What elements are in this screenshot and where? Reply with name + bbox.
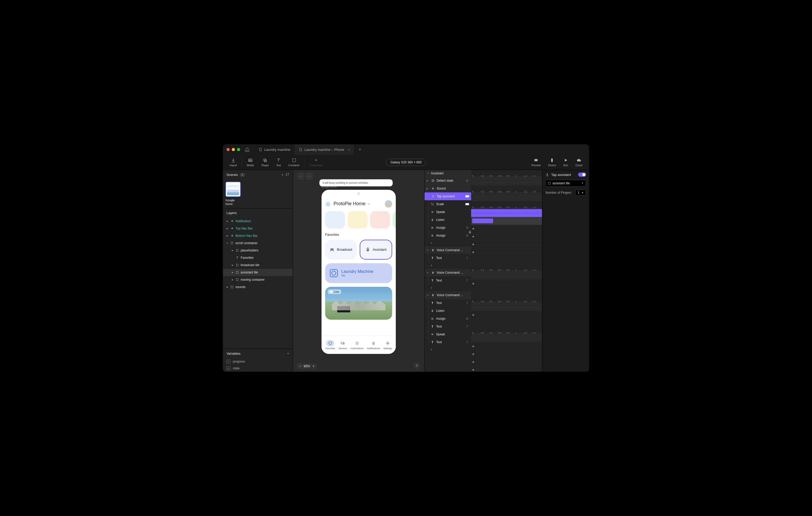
response-row[interactable]: Scale bbox=[425, 200, 471, 208]
laundry-status: On bbox=[341, 274, 374, 277]
zoom-out-button[interactable]: − bbox=[299, 364, 301, 368]
minimize-window[interactable] bbox=[232, 148, 235, 151]
add-response-button[interactable]: + bbox=[425, 262, 471, 269]
trigger-row[interactable]: ▼Voice Command ... bbox=[425, 291, 471, 299]
home-icon[interactable] bbox=[245, 147, 250, 152]
trigger-row[interactable]: ▼Voice Command ... bbox=[425, 269, 471, 277]
response-row[interactable]: fxAssign bbox=[425, 232, 471, 239]
layer-label: moving container bbox=[241, 278, 264, 281]
response-row[interactable]: fxAssign+ bbox=[425, 224, 471, 232]
phone-speaker bbox=[357, 192, 360, 195]
layer-row[interactable]: ▶Bottom Nav Bar bbox=[223, 232, 293, 239]
import-label: Import bbox=[230, 164, 237, 167]
device-selector[interactable]: Galaxy S20 360 × 800 bbox=[386, 159, 426, 166]
trigger-row[interactable]: ▼Tap assistant bbox=[425, 192, 471, 200]
variable-name: state bbox=[233, 366, 240, 370]
run-button[interactable]: Run bbox=[560, 158, 572, 167]
variable-row[interactable]: xstate bbox=[223, 365, 293, 372]
layer-row[interactable]: ▶placeholders bbox=[223, 247, 293, 254]
svg-rect-26 bbox=[433, 272, 433, 273]
response-row[interactable]: fxAssign bbox=[425, 315, 471, 323]
response-end-icon: T bbox=[465, 325, 469, 328]
timeline[interactable]: 00.20.40.60.811.21.400.20.40.60.811.21.4… bbox=[471, 170, 542, 372]
add-variable-button[interactable]: + bbox=[287, 352, 289, 356]
response-row[interactable]: Speak bbox=[425, 208, 471, 216]
canvas[interactable]: ← → It will keep tumbling to prevent wri… bbox=[293, 170, 424, 372]
response-end-icon bbox=[465, 234, 469, 237]
target-selector[interactable]: assistant tile ▼ bbox=[545, 180, 586, 187]
response-row[interactable]: TTextT bbox=[425, 277, 471, 284]
tab-phone[interactable]: Laundry machine – Phone × bbox=[295, 144, 354, 155]
layer-row[interactable]: ▶broadcast tile bbox=[223, 262, 293, 269]
device-label: Device bbox=[548, 164, 556, 167]
shape-icon bbox=[263, 158, 267, 162]
help-button[interactable]: ? bbox=[413, 362, 420, 369]
sort-scenes-button[interactable] bbox=[285, 173, 289, 177]
preview-button[interactable]: Preview bbox=[528, 158, 544, 167]
container-button[interactable]: Container bbox=[285, 158, 303, 167]
svg-rect-15 bbox=[367, 248, 368, 250]
enable-toggle[interactable] bbox=[578, 173, 586, 177]
add-response-button[interactable]: + bbox=[425, 284, 471, 291]
response-row[interactable]: Listen bbox=[425, 216, 471, 224]
svg-rect-8 bbox=[236, 249, 238, 251]
layer-row[interactable]: ▼scroll contrainer bbox=[223, 239, 293, 247]
add-response-button[interactable]: + bbox=[425, 239, 471, 246]
trigger-row[interactable]: ▶Sound bbox=[425, 185, 471, 192]
layer-row[interactable]: ▶moving container bbox=[223, 276, 293, 283]
interaction-panel: ▼ Assistant ▶Detect state▶Sound▼Tap assi… bbox=[424, 170, 542, 372]
response-icon bbox=[430, 309, 435, 312]
add-tab-button[interactable]: + bbox=[356, 146, 364, 153]
response-icon: T bbox=[430, 279, 435, 282]
tab-project[interactable]: Laundry machine bbox=[254, 144, 295, 155]
text-button[interactable]: Text bbox=[272, 158, 285, 167]
laundry-tile: Laundry Machine On bbox=[325, 263, 392, 283]
preview-label: Preview bbox=[531, 164, 541, 167]
layer-row[interactable]: ▶Notification bbox=[223, 217, 293, 225]
maximize-window[interactable] bbox=[237, 148, 240, 151]
trigger-row[interactable]: ▶Detect state bbox=[425, 177, 471, 185]
fingers-selector[interactable]: 1▼ bbox=[575, 190, 586, 195]
response-row[interactable]: TTextT bbox=[425, 299, 471, 307]
back-button[interactable]: ← bbox=[297, 173, 304, 180]
gear-icon bbox=[385, 341, 390, 345]
shape-button[interactable]: Shape bbox=[258, 158, 272, 167]
close-window[interactable] bbox=[227, 148, 230, 151]
response-row[interactable]: TTextT bbox=[425, 338, 471, 346]
layer-row[interactable]: ▶assistant tile bbox=[223, 269, 293, 276]
response-label: Text bbox=[436, 256, 464, 260]
response-row[interactable]: TTextT bbox=[425, 254, 471, 262]
forward-button[interactable]: → bbox=[306, 173, 313, 180]
layer-label: placeholders bbox=[241, 249, 258, 252]
layer-row[interactable]: Favorites bbox=[223, 254, 293, 262]
layers-list: ▶Notification▶Top Nav Bar▶Bottom Nav Bar… bbox=[223, 217, 293, 349]
cloud-label: Cloud bbox=[576, 164, 582, 167]
response-row[interactable]: Listen bbox=[425, 307, 471, 315]
add-scene-button[interactable]: + bbox=[281, 173, 283, 177]
zoom-in-button[interactable]: + bbox=[313, 364, 314, 368]
import-button[interactable]: Import bbox=[226, 158, 241, 167]
cloud-button[interactable]: Cloud bbox=[572, 158, 586, 167]
response-row[interactable]: Speak bbox=[425, 330, 471, 338]
layer-row[interactable]: ▶Top Nav Bar bbox=[223, 225, 293, 232]
phone-frame[interactable]: ProtoPie Home Favorites bbox=[321, 189, 396, 355]
add-response-button[interactable]: + bbox=[425, 346, 471, 353]
response-label: Scale bbox=[436, 202, 464, 206]
scenes-header: Scenes 1 + bbox=[223, 170, 293, 180]
home-icon bbox=[325, 201, 331, 207]
device-icon bbox=[550, 158, 554, 162]
response-row[interactable]: TTextT bbox=[425, 323, 471, 330]
trigger-row[interactable]: ▼Voice Command ... bbox=[425, 246, 471, 254]
container-label: Container bbox=[288, 164, 299, 167]
media-button[interactable]: Media bbox=[243, 158, 257, 167]
close-tab-icon[interactable]: × bbox=[348, 148, 350, 152]
zoom-control[interactable]: − 90% + bbox=[297, 363, 317, 369]
device-button[interactable]: Device bbox=[544, 158, 560, 167]
svg-rect-10 bbox=[236, 271, 238, 273]
nav-favorites: Favorites bbox=[325, 340, 335, 350]
variable-row[interactable]: xprogress bbox=[223, 358, 293, 365]
layer-label: Notification bbox=[235, 219, 251, 223]
trigger-label: Voice Command ... bbox=[437, 248, 469, 252]
scene-thumb[interactable]: Google home bbox=[226, 182, 241, 206]
layer-row[interactable]: ▶sounds bbox=[223, 283, 293, 291]
